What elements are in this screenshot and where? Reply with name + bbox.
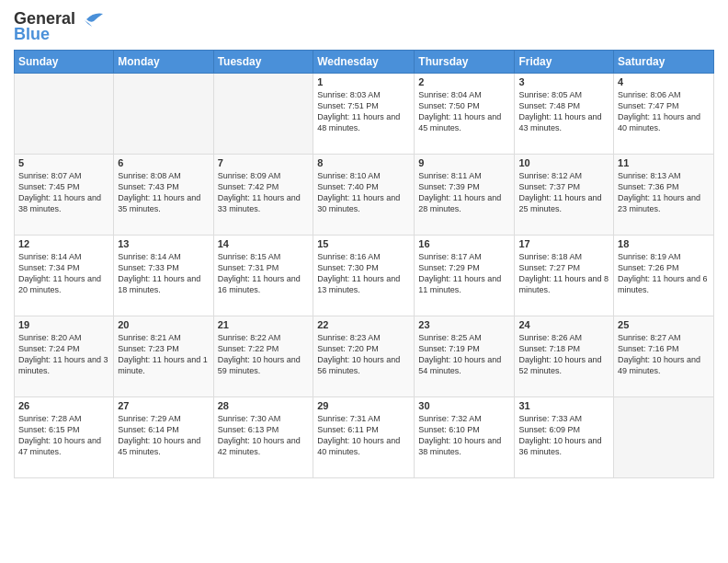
calendar-cell: 30Sunrise: 7:32 AMSunset: 6:10 PMDayligh… [415, 397, 515, 478]
day-info: Sunrise: 8:14 AMSunset: 7:34 PMDaylight:… [18, 251, 109, 296]
calendar-cell: 21Sunrise: 8:22 AMSunset: 7:22 PMDayligh… [213, 316, 313, 397]
calendar-cell: 6Sunrise: 8:08 AMSunset: 7:43 PMDaylight… [114, 155, 213, 236]
day-info: Sunrise: 8:08 AMSunset: 7:43 PMDaylight:… [118, 170, 209, 215]
logo-bird-icon [77, 10, 103, 29]
day-info: Sunrise: 8:10 AMSunset: 7:40 PMDaylight:… [317, 170, 410, 215]
calendar-table: SundayMondayTuesdayWednesdayThursdayFrid… [14, 50, 714, 478]
day-info: Sunrise: 8:17 AMSunset: 7:29 PMDaylight:… [418, 251, 510, 296]
calendar-cell [114, 74, 213, 155]
page-container: General Blue SundayMondayTuesdayWednesda… [0, 0, 728, 488]
day-info: Sunrise: 8:19 AMSunset: 7:26 PMDaylight:… [618, 251, 710, 296]
calendar-cell: 2Sunrise: 8:04 AMSunset: 7:50 PMDaylight… [415, 74, 515, 155]
day-number: 25 [618, 319, 710, 330]
calendar-cell: 18Sunrise: 8:19 AMSunset: 7:26 PMDayligh… [614, 236, 714, 316]
calendar-cell: 17Sunrise: 8:18 AMSunset: 7:27 PMDayligh… [515, 236, 614, 316]
calendar-cell: 12Sunrise: 8:14 AMSunset: 7:34 PMDayligh… [15, 236, 114, 316]
calendar-cell: 1Sunrise: 8:03 AMSunset: 7:51 PMDaylight… [313, 74, 415, 155]
logo-blue-text: Blue [14, 25, 50, 44]
calendar-cell: 26Sunrise: 7:28 AMSunset: 6:15 PMDayligh… [15, 397, 114, 478]
day-number: 23 [418, 319, 510, 330]
calendar-cell: 24Sunrise: 8:26 AMSunset: 7:18 PMDayligh… [515, 316, 614, 397]
day-info: Sunrise: 7:29 AMSunset: 6:14 PMDaylight:… [118, 413, 209, 458]
calendar-cell: 10Sunrise: 8:12 AMSunset: 7:37 PMDayligh… [515, 155, 614, 236]
day-number: 31 [518, 400, 609, 411]
day-number: 21 [218, 319, 310, 330]
day-info: Sunrise: 8:22 AMSunset: 7:22 PMDaylight:… [218, 332, 310, 377]
day-info: Sunrise: 8:25 AMSunset: 7:19 PMDaylight:… [418, 332, 510, 377]
day-info: Sunrise: 8:21 AMSunset: 7:23 PMDaylight:… [118, 332, 209, 377]
calendar-cell: 15Sunrise: 8:16 AMSunset: 7:30 PMDayligh… [313, 236, 415, 316]
calendar-dow-sunday: Sunday [15, 51, 114, 74]
day-number: 28 [218, 400, 310, 411]
day-number: 26 [18, 400, 109, 411]
calendar-cell: 3Sunrise: 8:05 AMSunset: 7:48 PMDaylight… [515, 74, 614, 155]
day-number: 6 [118, 157, 209, 168]
page-header: General Blue [14, 9, 714, 44]
calendar-week-row: 26Sunrise: 7:28 AMSunset: 6:15 PMDayligh… [15, 397, 714, 478]
day-number: 5 [18, 157, 109, 168]
day-number: 16 [418, 238, 510, 249]
day-info: Sunrise: 7:30 AMSunset: 6:13 PMDaylight:… [218, 413, 310, 458]
day-number: 18 [618, 238, 710, 249]
calendar-cell: 20Sunrise: 8:21 AMSunset: 7:23 PMDayligh… [114, 316, 213, 397]
calendar-cell [213, 74, 313, 155]
day-number: 22 [317, 319, 410, 330]
calendar-cell: 13Sunrise: 8:14 AMSunset: 7:33 PMDayligh… [114, 236, 213, 316]
calendar-cell: 19Sunrise: 8:20 AMSunset: 7:24 PMDayligh… [15, 316, 114, 397]
day-number: 27 [118, 400, 209, 411]
calendar-cell: 9Sunrise: 8:11 AMSunset: 7:39 PMDaylight… [415, 155, 515, 236]
day-info: Sunrise: 8:20 AMSunset: 7:24 PMDaylight:… [18, 332, 109, 377]
day-info: Sunrise: 8:18 AMSunset: 7:27 PMDaylight:… [518, 251, 609, 296]
day-info: Sunrise: 8:27 AMSunset: 7:16 PMDaylight:… [618, 332, 710, 377]
calendar-cell: 29Sunrise: 7:31 AMSunset: 6:11 PMDayligh… [313, 397, 415, 478]
calendar-cell [15, 74, 114, 155]
calendar-week-row: 1Sunrise: 8:03 AMSunset: 7:51 PMDaylight… [15, 74, 714, 155]
day-number: 17 [518, 238, 609, 249]
calendar-cell: 25Sunrise: 8:27 AMSunset: 7:16 PMDayligh… [614, 316, 714, 397]
day-info: Sunrise: 8:23 AMSunset: 7:20 PMDaylight:… [317, 332, 410, 377]
day-info: Sunrise: 7:33 AMSunset: 6:09 PMDaylight:… [518, 413, 609, 458]
day-info: Sunrise: 8:15 AMSunset: 7:31 PMDaylight:… [218, 251, 310, 296]
day-number: 4 [618, 76, 710, 87]
day-number: 9 [418, 157, 510, 168]
calendar-cell: 27Sunrise: 7:29 AMSunset: 6:14 PMDayligh… [114, 397, 213, 478]
calendar-cell: 5Sunrise: 8:07 AMSunset: 7:45 PMDaylight… [15, 155, 114, 236]
calendar-cell: 28Sunrise: 7:30 AMSunset: 6:13 PMDayligh… [213, 397, 313, 478]
day-number: 3 [518, 76, 609, 87]
day-number: 8 [317, 157, 410, 168]
calendar-cell: 31Sunrise: 7:33 AMSunset: 6:09 PMDayligh… [515, 397, 614, 478]
calendar-header-row: SundayMondayTuesdayWednesdayThursdayFrid… [15, 51, 714, 74]
calendar-cell: 14Sunrise: 8:15 AMSunset: 7:31 PMDayligh… [213, 236, 313, 316]
calendar-cell [614, 397, 714, 478]
day-number: 13 [118, 238, 209, 249]
day-number: 15 [317, 238, 410, 249]
calendar-cell: 4Sunrise: 8:06 AMSunset: 7:47 PMDaylight… [614, 74, 714, 155]
day-number: 14 [218, 238, 310, 249]
day-number: 2 [418, 76, 510, 87]
day-info: Sunrise: 8:14 AMSunset: 7:33 PMDaylight:… [118, 251, 209, 296]
logo: General Blue [14, 9, 103, 44]
day-number: 12 [18, 238, 109, 249]
day-info: Sunrise: 8:11 AMSunset: 7:39 PMDaylight:… [418, 170, 510, 215]
day-number: 30 [418, 400, 510, 411]
day-info: Sunrise: 8:16 AMSunset: 7:30 PMDaylight:… [317, 251, 410, 296]
calendar-dow-monday: Monday [114, 51, 213, 74]
day-info: Sunrise: 8:06 AMSunset: 7:47 PMDaylight:… [618, 89, 710, 134]
day-info: Sunrise: 8:09 AMSunset: 7:42 PMDaylight:… [218, 170, 310, 215]
day-info: Sunrise: 8:12 AMSunset: 7:37 PMDaylight:… [518, 170, 609, 215]
calendar-week-row: 19Sunrise: 8:20 AMSunset: 7:24 PMDayligh… [15, 316, 714, 397]
day-info: Sunrise: 7:28 AMSunset: 6:15 PMDaylight:… [18, 413, 109, 458]
day-info: Sunrise: 8:05 AMSunset: 7:48 PMDaylight:… [518, 89, 609, 134]
day-number: 1 [317, 76, 410, 87]
calendar-cell: 22Sunrise: 8:23 AMSunset: 7:20 PMDayligh… [313, 316, 415, 397]
day-info: Sunrise: 8:03 AMSunset: 7:51 PMDaylight:… [317, 89, 410, 134]
day-number: 24 [518, 319, 609, 330]
calendar-week-row: 5Sunrise: 8:07 AMSunset: 7:45 PMDaylight… [15, 155, 714, 236]
day-number: 7 [218, 157, 310, 168]
calendar-dow-wednesday: Wednesday [313, 51, 415, 74]
calendar-week-row: 12Sunrise: 8:14 AMSunset: 7:34 PMDayligh… [15, 236, 714, 316]
day-number: 11 [618, 157, 710, 168]
day-number: 20 [118, 319, 209, 330]
day-info: Sunrise: 8:13 AMSunset: 7:36 PMDaylight:… [618, 170, 710, 215]
calendar-dow-saturday: Saturday [614, 51, 714, 74]
